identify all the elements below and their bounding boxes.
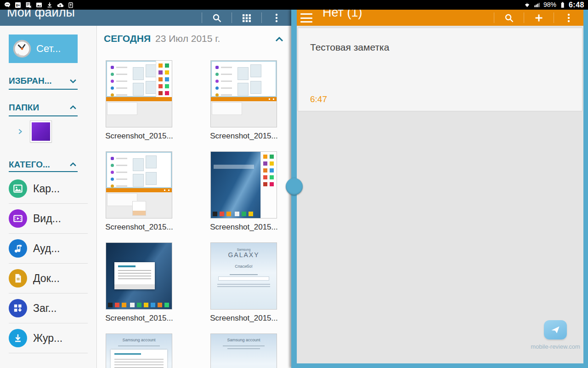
note-time: 6:47 xyxy=(310,94,327,104)
sidebar-item-label: Сет... xyxy=(36,43,61,55)
clock-time: 6:48 xyxy=(569,1,584,9)
category-label: Жур... xyxy=(33,332,62,345)
device-storage-icon xyxy=(30,121,51,142)
watermark-logo-icon xyxy=(544,320,567,339)
memo-title: Нет (1) xyxy=(322,10,362,20)
chevron-down-icon xyxy=(68,76,78,86)
list-divider xyxy=(9,353,88,353)
sidebar-item-downloaded-apps[interactable]: Заг... xyxy=(9,293,90,323)
downloaded-apps-icon xyxy=(9,299,27,317)
myfiles-title: Мои файлы xyxy=(7,10,75,20)
file-name: Screenshot_2015... xyxy=(198,132,290,141)
svg-text:8+: 8+ xyxy=(16,3,20,7)
memo-content: Тестовая заметка 6:47 mobile-review.com xyxy=(297,26,583,363)
chat-icon xyxy=(4,1,11,9)
file-thumbnail: Samsung account xyxy=(210,334,277,368)
myfiles-header: Мои файлы xyxy=(0,10,291,26)
watermark-text: mobile-review.com xyxy=(526,343,585,350)
search-icon xyxy=(503,12,514,23)
memo-header: Нет (1) xyxy=(297,10,583,26)
file-tile[interactable]: SamsungGALAXYСпасибо!Screenshot_2015... xyxy=(210,242,277,323)
category-label: Док... xyxy=(33,272,60,285)
download-icon xyxy=(46,1,53,9)
sidebar-section-categories[interactable]: КАТЕГО... xyxy=(9,158,78,171)
note-card[interactable]: Тестовая заметка 6:47 xyxy=(298,28,582,111)
status-bar: 8+ 98% 6:48 xyxy=(0,0,588,10)
doc-error-icon xyxy=(25,1,32,9)
section-label: ИЗБРАН... xyxy=(9,76,52,86)
sidebar-item-device-folder[interactable] xyxy=(17,121,51,143)
more-options-icon xyxy=(563,12,574,23)
signal-icon xyxy=(533,1,541,8)
cloud-upload-icon xyxy=(57,1,64,9)
sidebar-item-images[interactable]: Кар... xyxy=(9,174,90,203)
more-options-icon xyxy=(271,12,282,23)
system-status: 98% 6:48 xyxy=(523,0,588,10)
category-label: Ауд... xyxy=(33,242,60,255)
gallery-icon xyxy=(35,1,43,9)
more-options-button[interactable] xyxy=(262,10,291,26)
sidebar-item-recent[interactable]: Сет... xyxy=(9,34,78,63)
file-thumbnail xyxy=(210,151,277,218)
myfiles-content: СЕГОДНЯ 23 Июл 2015 г. Screenshot_2015..… xyxy=(97,26,291,368)
category-label: Вид... xyxy=(33,213,61,225)
video-icon xyxy=(9,209,27,228)
file-tile[interactable]: Samsung account xyxy=(106,334,172,368)
file-thumbnail xyxy=(106,60,172,127)
category-label: Кар... xyxy=(33,183,60,195)
section-underline xyxy=(9,115,78,116)
file-name: Screenshot_2015... xyxy=(198,314,290,323)
search-icon xyxy=(211,12,222,23)
view-mode-button[interactable] xyxy=(232,10,261,26)
file-tile[interactable]: Screenshot_2015... xyxy=(106,60,172,141)
file-thumbnail xyxy=(106,242,172,310)
grid-view-icon xyxy=(241,12,252,23)
watermark: mobile-review.com xyxy=(526,320,585,350)
add-note-button[interactable] xyxy=(524,10,554,26)
wifi-icon xyxy=(523,1,531,8)
window-frame-right xyxy=(583,10,588,368)
sidebar-item-audio[interactable]: Ауд... xyxy=(9,234,90,263)
images-icon xyxy=(9,179,27,198)
download-history-icon xyxy=(9,329,27,347)
sidebar-section-folders[interactable]: ПАПКИ xyxy=(9,101,78,114)
note-title: Тестовая заметка xyxy=(310,42,389,53)
search-button[interactable] xyxy=(202,10,232,26)
section-label: КАТЕГО... xyxy=(9,160,50,170)
expand-chevron-icon xyxy=(17,128,24,135)
memo-more-button[interactable] xyxy=(554,10,583,26)
chevron-up-icon xyxy=(68,160,78,169)
file-tile[interactable]: Screenshot_2015... xyxy=(210,151,277,232)
myfiles-sidebar: Сет... ИЗБРАН... ПАПКИ КАТЕГО... Кар...В… xyxy=(0,26,97,368)
document-icon xyxy=(9,269,27,288)
screenshot-icon xyxy=(67,1,74,9)
file-name: Screenshot_2015... xyxy=(93,223,185,232)
file-grid: Screenshot_2015...Screenshot_2015...Scre… xyxy=(97,26,291,368)
file-tile[interactable]: Samsung account xyxy=(210,334,277,368)
sidebar-item-document[interactable]: Док... xyxy=(9,264,90,293)
sidebar-item-video[interactable]: Вид... xyxy=(9,204,90,233)
file-name: Screenshot_2015... xyxy=(93,314,185,323)
file-tile[interactable]: Screenshot_2015... xyxy=(106,151,172,232)
chevron-up-icon xyxy=(68,103,78,112)
sidebar-section-favorites[interactable]: ИЗБРАН... xyxy=(9,75,78,87)
sidebar-item-download-history[interactable]: Жур... xyxy=(9,323,90,353)
notification-icons: 8+ xyxy=(0,1,74,9)
split-divider-handle[interactable] xyxy=(286,178,303,195)
category-label: Заг... xyxy=(33,302,57,315)
plus-icon xyxy=(533,12,544,23)
section-label: ПАПКИ xyxy=(9,103,39,113)
section-underline xyxy=(9,89,78,90)
file-tile[interactable]: Screenshot_2015... xyxy=(210,60,277,141)
memo-search-button[interactable] xyxy=(494,10,524,26)
battery-icon xyxy=(559,1,566,8)
google-plus-icon: 8+ xyxy=(14,1,22,9)
file-tile[interactable]: Screenshot_2015... xyxy=(106,242,172,323)
file-thumbnail xyxy=(210,60,277,127)
file-thumbnail xyxy=(106,151,172,218)
menu-button[interactable] xyxy=(300,13,312,23)
audio-icon xyxy=(9,239,27,258)
window-frame-bottom xyxy=(297,363,588,368)
section-underline xyxy=(9,171,78,172)
file-name: Screenshot_2015... xyxy=(93,132,185,141)
